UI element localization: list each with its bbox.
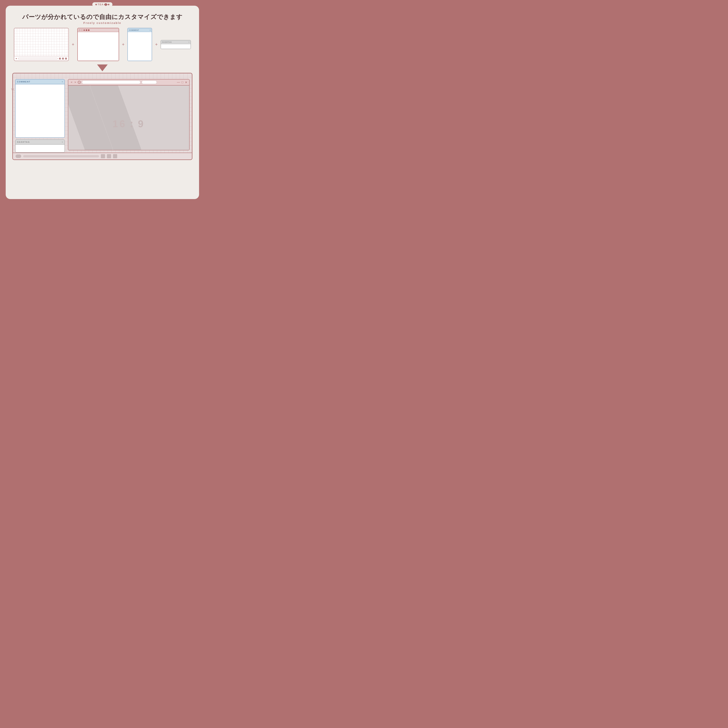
browser-content — [78, 32, 119, 61]
plus-3: + — [155, 42, 158, 47]
plus-1: + — [72, 42, 74, 47]
combined-hashtag-title: HASHTAG — [17, 141, 30, 143]
combined-browser: ＜ ＞ ⊙ — □ ✕ 16：9 — [68, 79, 190, 150]
footer-sq-1 — [101, 154, 105, 158]
cloud-icon — [15, 154, 21, 158]
main-title: パーツが分かれているので自由にカスタマイズできます — [12, 13, 192, 20]
search-bar[interactable] — [142, 81, 157, 84]
plus-2: + — [122, 42, 125, 47]
minimize-btn[interactable]: — — [177, 81, 180, 84]
logo-text: TEA — [98, 3, 104, 6]
combined-comment-panel: COMMENT × — [15, 79, 65, 138]
combined-hashtag-panel: HASHTAG × — [15, 139, 65, 153]
hashtag-content — [161, 44, 191, 49]
comment-titlebar: COMMENT × — [128, 28, 152, 32]
maximize-btn[interactable]: □ — [181, 81, 184, 84]
comment-content — [128, 32, 152, 61]
clock-icon: ⊙ — [78, 81, 81, 84]
footer-sq1 — [59, 58, 61, 60]
logo-dot-left — [95, 4, 97, 5]
hashtag-title-label: HASHTAG — [162, 41, 172, 43]
grid-paper-footer — [14, 56, 69, 61]
hashtag-titlebar: HASHTAG × — [161, 40, 191, 44]
footer-dot — [16, 58, 17, 59]
title-section: パーツが分かれているので自由にカスタマイズできます Freely customi… — [12, 13, 192, 24]
nav-forward-btn[interactable]: ＞ — [74, 81, 76, 84]
logo-bar: TEA — [92, 2, 112, 7]
combined-hashtag-bar: HASHTAG × — [15, 140, 64, 145]
comment-close-btn[interactable]: × — [150, 29, 150, 31]
combined-footer — [13, 153, 192, 159]
hashtag-window-component: HASHTAG × — [161, 40, 191, 49]
win-btn-4 — [86, 29, 87, 31]
comment-window-component: COMMENT × — [127, 28, 152, 61]
combined-browser-content: 16：9 — [68, 86, 189, 150]
logo-dot-right — [108, 4, 109, 5]
win-btn-1 — [79, 29, 80, 31]
arrow-row — [97, 64, 108, 71]
comment-title-label: COMMENT — [129, 29, 139, 31]
footer-sq3 — [65, 58, 67, 60]
sub-title: Freely customizable — [12, 21, 192, 24]
nav-back-btn[interactable]: ＜ — [70, 81, 73, 84]
components-row: + + COMMENT × + HASHTAG — [12, 28, 192, 61]
footer-sq-2 — [107, 154, 111, 158]
address-bar[interactable] — [82, 81, 141, 84]
footer-sq2 — [62, 58, 64, 60]
main-card: TEA パーツが分かれているので自由にカスタマイズできます Freely cus… — [6, 6, 199, 199]
win-btn-3 — [83, 29, 85, 31]
combined-browser-bar: ＜ ＞ ⊙ — □ ✕ — [68, 80, 189, 86]
down-arrow-icon — [97, 64, 108, 71]
logo-leaf — [104, 3, 108, 6]
footer-sq-3 — [113, 154, 117, 158]
combined-comment-content — [15, 84, 64, 138]
footer-progress-bar — [23, 155, 99, 158]
combined-comment-title: COMMENT — [17, 81, 31, 83]
browser-window-component — [77, 28, 119, 61]
combined-hashtag-content — [15, 145, 64, 152]
grid-paper-inner — [14, 28, 69, 56]
combined-hashtag-close[interactable]: × — [62, 141, 63, 143]
combined-comment-close[interactable]: × — [62, 81, 63, 83]
close-btn[interactable]: ✕ — [185, 81, 187, 84]
win-btn-2 — [81, 29, 83, 31]
combined-mockup: COMMENT × HASHTAG × ＜ ＞ ⊙ — □ — [12, 73, 193, 160]
hashtag-close-btn[interactable]: × — [188, 41, 190, 43]
grid-paper-component — [14, 28, 69, 61]
browser-titlebar — [78, 28, 119, 32]
win-btn-5 — [88, 29, 89, 31]
ratio-text: 16：9 — [113, 117, 145, 131]
combined-comment-bar: COMMENT × — [15, 80, 64, 84]
footer-bar — [18, 58, 58, 59]
